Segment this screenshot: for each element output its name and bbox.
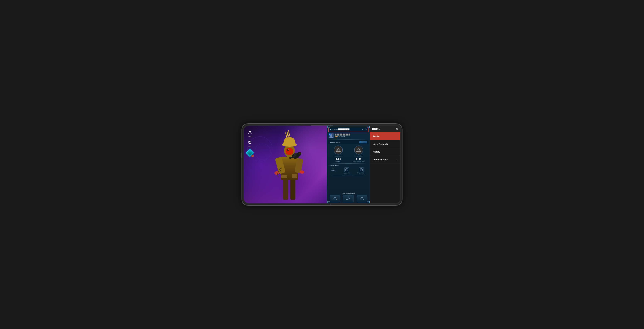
svg-rect-2 bbox=[290, 178, 295, 200]
svg-rect-6 bbox=[282, 175, 287, 178]
visitors-label: Visitors bbox=[248, 136, 252, 137]
exp-bar bbox=[335, 138, 349, 138]
kd-ratio-stat: 0.00 K/D Ratio bbox=[328, 158, 348, 162]
personal-best-item: Personal Best bbox=[354, 146, 363, 157]
chevron-down-icon: ▼ bbox=[364, 141, 366, 143]
user-avatar: f bbox=[328, 133, 334, 138]
avg-damage-value: 0.00 bbox=[356, 158, 361, 160]
weapon-skins-icon bbox=[359, 167, 364, 172]
screw-tr bbox=[367, 127, 368, 128]
season-grid: Current Season Personal Best bbox=[327, 144, 370, 158]
exp-row: EXP 581 / 3500 bbox=[335, 136, 368, 137]
chevron-right-icon: › bbox=[396, 158, 397, 161]
kd-ratio-label: K/D Ratio bbox=[336, 161, 341, 162]
player-id: ID:CBE2D████████████ bbox=[330, 129, 361, 130]
nav-header: HOME ✕ bbox=[370, 126, 400, 132]
svg-point-0 bbox=[249, 131, 250, 132]
screw-br bbox=[367, 201, 368, 202]
phone-frame: Visitors Share bbox=[242, 123, 402, 206]
nav-item-personal-stats[interactable]: Personal Stats › bbox=[370, 156, 400, 164]
ranked-record-row: Ranked Record TPP ▼ bbox=[328, 140, 368, 144]
owned-header: Currently owned bbox=[328, 165, 368, 166]
badge-count: 10 bbox=[251, 155, 254, 157]
share-button[interactable]: Share bbox=[246, 139, 254, 147]
weapon-skins-label: Weapon Skins bbox=[358, 172, 366, 174]
svg-point-14 bbox=[286, 148, 294, 155]
weapon-skins-owned: Weapon Skins bbox=[358, 167, 366, 174]
nav-label-history: History bbox=[373, 151, 380, 153]
facebook-icon: f bbox=[329, 134, 330, 135]
avg-damage-stat: 0.00 erage Damage Deal bbox=[349, 158, 368, 162]
legends-count: 3 bbox=[333, 167, 334, 170]
screw-bl bbox=[328, 201, 330, 202]
tpp-label: TPP bbox=[361, 141, 364, 143]
home-title: HOME bbox=[372, 127, 380, 130]
legend-skins-icon bbox=[344, 167, 349, 172]
avg-damage-label: erage Damage Deal bbox=[353, 161, 364, 162]
share-icon bbox=[247, 139, 253, 145]
legend-slot-3 bbox=[357, 195, 367, 202]
close-button[interactable]: ✕ bbox=[396, 127, 398, 131]
exp-label: EXP bbox=[335, 136, 338, 137]
legend-slot-2 bbox=[343, 195, 354, 202]
separator-2 bbox=[328, 163, 368, 164]
game-background: Visitors Share bbox=[244, 126, 327, 203]
nav-label-profile: Profile bbox=[373, 135, 380, 138]
most-used-legends: Most used Legends bbox=[327, 192, 370, 203]
username: ██████████ bbox=[335, 134, 368, 135]
nav-item-level-rewards[interactable]: Level Rewards bbox=[370, 140, 400, 148]
tpp-dropdown[interactable]: TPP ▼ bbox=[360, 141, 367, 143]
phone-side-button bbox=[241, 153, 242, 158]
legend-skins-label: Legend Skins bbox=[343, 172, 350, 174]
character-svg bbox=[268, 128, 311, 203]
kd-ratio-value: 0.00 bbox=[336, 158, 341, 160]
ranked-label: Ranked Record bbox=[330, 141, 358, 143]
legends-label: Legends bbox=[331, 170, 336, 171]
user-row: f ██████████ EXP 581 / 3500 bbox=[327, 133, 370, 139]
character-display bbox=[258, 126, 321, 203]
current-season-item: Current Season bbox=[334, 146, 343, 157]
owned-section: Currently owned 3 Legends Legend bbox=[327, 164, 370, 174]
separator-1 bbox=[328, 139, 368, 140]
profile-panel: ID:CBE2D████████████ ⎘ ✎ f ██████████ bbox=[327, 126, 370, 203]
diamond-badge-button[interactable]: 10 bbox=[246, 149, 254, 157]
edit-icon[interactable]: ✎ bbox=[365, 128, 367, 131]
legends-row bbox=[328, 195, 368, 202]
current-season-label: Current Season bbox=[334, 155, 343, 157]
exp-fill bbox=[335, 138, 338, 138]
phone-screen: Visitors Share bbox=[244, 126, 400, 203]
nav-label-level-rewards: Level Rewards bbox=[373, 143, 388, 145]
svg-rect-7 bbox=[292, 174, 297, 178]
visitors-button[interactable]: Visitors bbox=[246, 129, 254, 137]
nav-item-profile[interactable]: Profile bbox=[370, 133, 400, 140]
legend-slot-1 bbox=[330, 195, 340, 202]
exp-value: 581 / 3500 bbox=[339, 136, 346, 137]
personal-best-badge bbox=[354, 146, 363, 154]
visitors-icon bbox=[247, 129, 253, 135]
legend-skins-owned: Legend Skins bbox=[343, 167, 350, 174]
id-row: ID:CBE2D████████████ ⎘ ✎ bbox=[328, 127, 368, 132]
svg-point-18 bbox=[288, 149, 289, 150]
current-season-badge bbox=[334, 146, 343, 154]
legends-owned: 3 Legends bbox=[331, 167, 336, 174]
svg-rect-1 bbox=[283, 178, 288, 200]
most-used-header: Most used Legends bbox=[328, 192, 368, 194]
screw-tl bbox=[328, 127, 330, 128]
separator-3 bbox=[328, 175, 368, 175]
user-info: ██████████ EXP 581 / 3500 bbox=[335, 134, 368, 138]
left-sidebar: Visitors Share bbox=[246, 129, 254, 157]
nav-label-personal-stats: Personal Stats bbox=[373, 158, 388, 161]
copy-icon[interactable]: ⎘ bbox=[362, 128, 363, 130]
share-label: Share bbox=[248, 146, 252, 147]
nav-item-history[interactable]: History bbox=[370, 148, 400, 156]
right-nav-panel: HOME ✕ Profile Level Rewards History Per… bbox=[370, 126, 400, 203]
personal-best-label: Personal Best bbox=[354, 155, 363, 157]
owned-grid: 3 Legends Legend Skins bbox=[328, 167, 368, 174]
stats-row: 0.00 K/D Ratio 0.00 erage Damage Deal bbox=[327, 158, 370, 163]
